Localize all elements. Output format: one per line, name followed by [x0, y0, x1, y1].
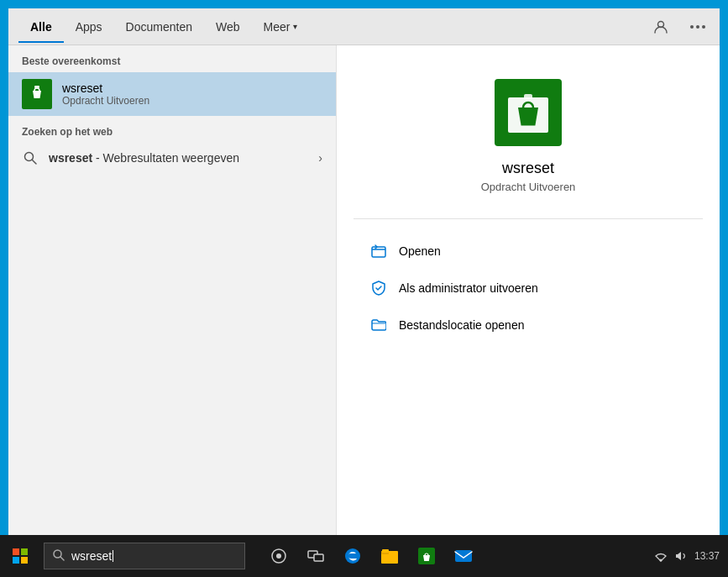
svg-line-17: [60, 557, 64, 560]
more-options-icon[interactable]: [686, 15, 710, 39]
tab-bar-right: [649, 15, 710, 39]
taskbar-icons: [262, 535, 480, 577]
tab-apps[interactable]: Apps: [64, 12, 114, 42]
action-file-location-label: Bestandslocatie openen: [399, 318, 524, 332]
tab-alle[interactable]: Alle: [18, 12, 64, 42]
svg-rect-13: [21, 548, 28, 555]
web-search-text: wsreset - Webresultaten weergeven: [49, 151, 318, 165]
content-area: Beste overeenkomst wsreset: [8, 45, 720, 535]
app-type-large: Opdracht Uitvoeren: [481, 181, 576, 193]
best-result-text: wsreset Opdracht Uitvoeren: [62, 81, 149, 107]
taskbar-search-text: wsreset: [71, 549, 112, 563]
svg-point-22: [345, 548, 360, 564]
clock: 13:37: [694, 550, 720, 562]
svg-rect-21: [314, 554, 323, 561]
taskbar-search-bar[interactable]: wsreset: [44, 543, 245, 569]
taskbar: wsreset: [0, 535, 728, 577]
chevron-down-icon: ▾: [293, 22, 297, 31]
app-name-large: wsreset: [502, 160, 554, 177]
folder-icon: [369, 315, 389, 335]
taskview-icon[interactable]: [262, 535, 296, 577]
search-small-icon: [22, 151, 39, 165]
svg-rect-14: [13, 557, 19, 564]
search-window: Alle Apps Documenten Web Meer ▾: [8, 8, 720, 535]
action-admin-label: Als administrator uitvoeren: [399, 281, 538, 295]
svg-point-19: [276, 553, 281, 559]
right-panel: wsreset Opdracht Uitvoeren Openen: [336, 45, 720, 535]
left-panel: Beste overeenkomst wsreset: [8, 45, 336, 535]
action-open-label: Openen: [399, 244, 441, 258]
svg-point-28: [659, 559, 662, 562]
svg-rect-10: [524, 94, 532, 99]
start-button[interactable]: [0, 535, 40, 577]
tab-bar: Alle Apps Documenten Web Meer ▾: [8, 8, 720, 45]
divider: [354, 218, 703, 219]
svg-rect-11: [372, 247, 385, 257]
virtual-desktop-icon[interactable]: [299, 535, 333, 577]
svg-rect-25: [382, 549, 389, 553]
action-file-location[interactable]: Bestandslocatie openen: [362, 307, 694, 344]
text-cursor: [113, 550, 113, 562]
user-icon[interactable]: [649, 15, 673, 39]
svg-rect-6: [34, 86, 39, 88]
file-explorer-icon[interactable]: [373, 535, 406, 577]
store-icon[interactable]: [410, 535, 443, 577]
action-admin[interactable]: Als administrator uitvoeren: [362, 270, 694, 307]
mail-icon[interactable]: [447, 535, 480, 577]
tab-meer[interactable]: Meer ▾: [252, 12, 310, 42]
tab-documenten[interactable]: Documenten: [114, 12, 204, 42]
best-result-item[interactable]: wsreset Opdracht Uitvoeren: [8, 72, 336, 116]
taskbar-search-icon: [53, 549, 65, 564]
app-icon-large: [495, 79, 562, 146]
svg-point-1: [690, 25, 694, 29]
taskbar-right: 13:37: [654, 549, 728, 563]
best-match-label: Beste overeenkomst: [8, 45, 336, 72]
svg-line-8: [33, 160, 37, 165]
web-search-item[interactable]: wsreset - Webresultaten weergeven ›: [8, 143, 336, 173]
open-icon: [369, 241, 389, 261]
svg-rect-12: [13, 548, 19, 555]
svg-point-3: [702, 25, 705, 29]
shield-icon: [369, 278, 389, 298]
wsreset-icon: [22, 79, 52, 109]
edge-icon[interactable]: [336, 535, 369, 577]
network-icon: [654, 549, 668, 563]
svg-point-2: [696, 25, 699, 29]
svg-rect-27: [455, 550, 472, 562]
volume-icon: [674, 549, 688, 563]
best-result-subtitle: Opdracht Uitvoeren: [62, 95, 149, 107]
web-search-label: Zoeken op het web: [8, 116, 336, 143]
tab-web[interactable]: Web: [204, 12, 252, 42]
web-arrow-icon: ›: [318, 151, 322, 165]
svg-rect-15: [21, 557, 28, 564]
action-list: Openen Als administrator uitvoeren: [354, 233, 703, 344]
best-result-title: wsreset: [62, 81, 149, 95]
action-open[interactable]: Openen: [362, 233, 694, 270]
